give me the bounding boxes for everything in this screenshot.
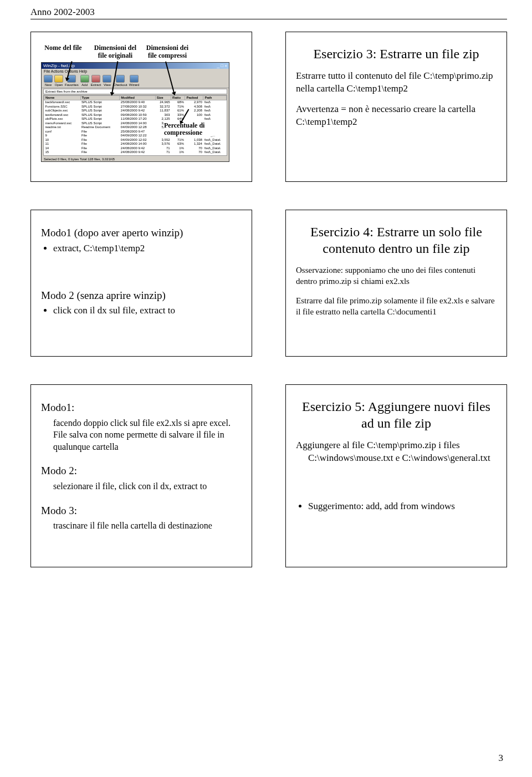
winzip-window: WinZip - fwd.zip _ □ × File Actions Opti… — [41, 62, 229, 162]
slide-modo-open: Modo1: facendo doppio click sul file ex2… — [30, 384, 252, 567]
p-modo1b: facendo doppio click sul file ex2.xls si… — [53, 417, 242, 453]
table-row[interactable]: obiPlots.sscSPLUS Script11/08/2000 17:20… — [44, 117, 227, 121]
slide-winzip: Nome del file Dimensioni del file origin… — [30, 32, 252, 182]
page-number: 3 — [499, 753, 504, 764]
toolbar-view[interactable]: View — [103, 75, 111, 87]
toolbar-open[interactable]: Open — [54, 75, 63, 87]
h-modo3: Modo 3: — [41, 504, 242, 518]
page-header: Anno 2002-2003 — [30, 7, 507, 19]
table-row[interactable]: testforwardl.sscSPLUS Script09/08/2000 1… — [44, 113, 227, 118]
h-modo1b: Modo1: — [41, 400, 242, 415]
winzip-status: Selected 0 files, 0 bytes Total 128 file… — [42, 157, 229, 161]
toolbar-new[interactable]: New — [44, 75, 53, 87]
slide-esercizio-4: Esercizio 4: Estrarre un solo file conte… — [285, 210, 507, 357]
p-modo2b: selezionare il file, click con il dx, ex… — [53, 480, 242, 492]
h-modo1: Modo1 (dopo aver aperto winzip) — [41, 226, 242, 240]
toolbar-wizard[interactable]: Wizard — [129, 75, 140, 87]
toolbar-extract[interactable]: Extract — [91, 75, 101, 87]
slide-esercizio-5: Esercizio 5: Aggiungere nuovi files ad u… — [285, 384, 507, 567]
title-es4: Esercizio 4: Estrarre un solo file conte… — [296, 224, 497, 257]
h-modo2: Modo 2 (senza aprire winzip) — [41, 288, 242, 303]
slide-modo-extract: Modo1 (dopo aver aperto winzip) extract,… — [30, 210, 252, 357]
table-row[interactable]: 10File04/09/2000 12:023,55271%1,038fwd\_… — [44, 138, 227, 143]
table-row[interactable]: 17File24/08/2000 14:1053247%284fwd\_Data… — [44, 155, 227, 156]
li-modo2-extract: click con il dx sul file, extract to — [53, 304, 242, 317]
table-row[interactable]: 14File24/08/2000 9:42711%70fwd\_Data\ — [44, 146, 227, 151]
table-row[interactable]: subObjects.sscSPLUS Script24/08/2000 9:4… — [44, 109, 227, 113]
table-row[interactable]: backforwardl.sscSPLUS Script25/08/2000 9… — [44, 100, 227, 105]
text-es3-2: Avvertenza = non è necessario creare la … — [296, 103, 497, 129]
table-row[interactable]: 15File24/08/2000 9:42711%70fwd\_Data\ — [44, 150, 227, 155]
label-orig-size: Dimensioni del file originali — [93, 44, 137, 60]
label-comp-size: Dimensioni dei file compressi — [145, 44, 190, 60]
h-modo2b: Modo 2: — [41, 464, 242, 478]
text-es3-1: Estrarre tutto il contenuto del file C:\… — [296, 70, 497, 95]
title-es5: Esercizio 5: Aggiungere nuovi files ad u… — [296, 398, 497, 431]
toolbar-add[interactable]: Add — [80, 75, 89, 87]
text-es4-1: Osservazione: supponiamo che uno dei fil… — [296, 265, 497, 287]
table-row[interactable]: Functions.SSCSPLUS Script27/08/2000 10:3… — [44, 105, 227, 109]
li-es5-hint: Suggerimento: add, add from windows — [308, 500, 497, 513]
slide-esercizio-3: Esercizio 3: Estrarre un file zip Estrar… — [285, 32, 507, 182]
title-es3: Esercizio 3: Estrarre un file zip — [296, 45, 497, 62]
label-compression-pct: Percentuale di compressione — [164, 122, 212, 136]
text-es5-2: C:\windows\mouse.txt e C:\windows\genera… — [308, 452, 497, 465]
p-modo3: trascinare il file nella cartella di des… — [53, 520, 242, 532]
li-modo1-extract: extract, C:\temp1\temp2 — [53, 242, 242, 255]
table-row[interactable]: 11File24/08/2000 14:003,57663%1,324fwd\_… — [44, 142, 227, 146]
winzip-tooltip: Extract files from the archive — [43, 89, 227, 94]
text-es4-2: Estrarre dal file primo.zip solamente il… — [296, 295, 497, 318]
text-es5-1: Aggiungere al file C:\temp\primo.zip i f… — [296, 439, 497, 452]
winzip-controls[interactable]: _ □ × — [217, 63, 227, 68]
winzip-toolbar[interactable]: NewOpenFavoritesAddExtractViewCheckoutWi… — [42, 74, 229, 88]
label-filename: Nome del file — [41, 44, 85, 60]
